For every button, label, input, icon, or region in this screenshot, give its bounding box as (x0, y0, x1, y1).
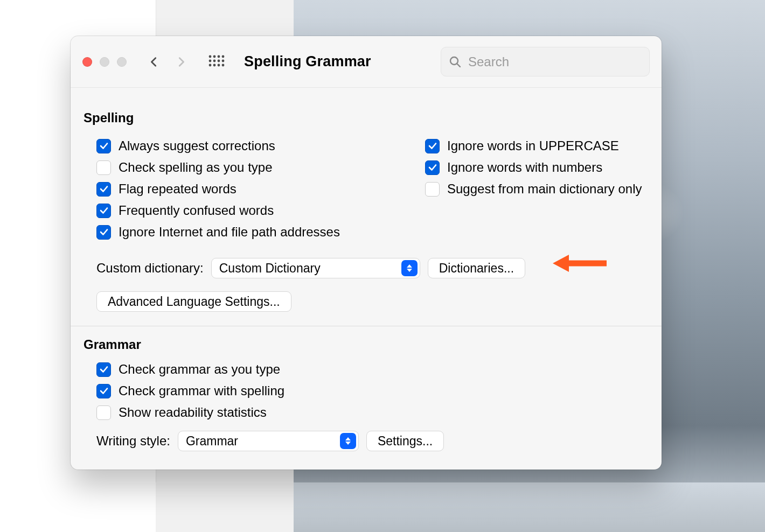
spelling-header: Spelling (84, 110, 649, 125)
back-button[interactable] (148, 56, 160, 68)
checkbox-label: Flag repeated words (119, 181, 237, 197)
option-grammar-2: Show readability statistics (96, 405, 412, 420)
spelling-options-left: Always suggest correctionsCheck spelling… (84, 135, 412, 246)
dictionaries-button[interactable]: Dictionaries... (428, 258, 525, 278)
svg-point-9 (213, 64, 216, 66)
spelling-options-right: Ignore words in UPPERCASEIgnore words wi… (412, 135, 649, 246)
checkbox[interactable] (96, 384, 111, 398)
grammar-options: Check grammar as you typeCheck grammar w… (84, 362, 412, 420)
writing-style-label: Writing style: (96, 433, 170, 449)
checkbox[interactable] (425, 139, 440, 153)
option-spelling-right-2: Suggest from main dictionary only (425, 181, 649, 197)
close-window-button[interactable] (82, 57, 92, 67)
checkbox-label: Check grammar with spelling (119, 383, 284, 398)
advanced-language-settings-button[interactable]: Advanced Language Settings... (96, 291, 291, 312)
grammar-header: Grammar (84, 337, 649, 352)
window-body: Spelling Always suggest correctionsCheck… (71, 88, 662, 451)
checkbox[interactable] (96, 225, 111, 240)
zoom-window-button[interactable] (117, 57, 127, 67)
option-spelling-left-3: Frequently confused words (96, 203, 412, 218)
checkbox-label: Ignore words in UPPERCASE (447, 138, 619, 153)
option-spelling-right-1: Ignore words with numbers (425, 160, 649, 175)
option-spelling-right-0: Ignore words in UPPERCASE (425, 138, 649, 153)
select-arrows-icon (401, 260, 418, 276)
desktop-bg-photo-strip (294, 482, 765, 532)
window-controls (82, 57, 127, 67)
checkbox-label: Frequently confused words (119, 203, 274, 218)
search-icon (449, 55, 462, 68)
svg-point-10 (218, 64, 220, 66)
preferences-window: Spelling Grammar Spelling Always suggest… (71, 36, 662, 470)
custom-dictionary-value: Custom Dictionary (219, 261, 321, 276)
minimize-window-button[interactable] (100, 57, 109, 67)
checkbox[interactable] (96, 405, 111, 420)
svg-point-4 (209, 59, 212, 62)
option-spelling-left-4: Ignore Internet and file path addresses (96, 225, 412, 240)
custom-dictionary-label: Custom dictionary: (96, 261, 204, 276)
checkbox[interactable] (425, 160, 440, 175)
desktop-bg-grey-strip (156, 482, 294, 532)
checkbox-label: Always suggest corrections (119, 138, 275, 153)
option-spelling-left-0: Always suggest corrections (96, 138, 412, 153)
window-titlebar: Spelling Grammar (71, 36, 662, 88)
writing-style-value: Grammar (186, 434, 238, 449)
svg-point-7 (222, 59, 225, 62)
section-divider (71, 326, 662, 326)
checkbox[interactable] (96, 139, 111, 153)
forward-button (175, 56, 187, 68)
grammar-settings-button[interactable]: Settings... (366, 431, 444, 451)
option-grammar-1: Check grammar with spelling (96, 383, 412, 398)
window-title: Spelling Grammar (244, 53, 371, 70)
select-arrows-icon (340, 433, 356, 449)
checkbox-label: Check grammar as you type (119, 362, 280, 377)
svg-point-11 (222, 64, 225, 66)
svg-point-8 (209, 64, 212, 66)
search-input[interactable] (467, 54, 642, 70)
search-field[interactable] (441, 47, 650, 76)
checkbox-label: Check spelling as you type (119, 160, 273, 175)
desktop-background: Spelling Grammar Spelling Always suggest… (0, 0, 765, 532)
svg-point-2 (218, 55, 220, 58)
svg-point-3 (222, 55, 225, 58)
svg-point-6 (218, 59, 220, 62)
checkbox-label: Suggest from main dictionary only (447, 181, 642, 197)
checkbox[interactable] (96, 362, 111, 377)
svg-point-5 (213, 59, 216, 62)
checkbox-label: Ignore Internet and file path addresses (119, 225, 340, 240)
checkbox[interactable] (96, 204, 111, 218)
writing-style-select[interactable]: Grammar (178, 431, 359, 451)
option-spelling-left-2: Flag repeated words (96, 181, 412, 197)
checkbox[interactable] (425, 182, 440, 197)
checkbox[interactable] (96, 160, 111, 175)
checkbox-label: Show readability statistics (119, 405, 267, 420)
custom-dictionary-select[interactable]: Custom Dictionary (211, 258, 420, 278)
option-grammar-0: Check grammar as you type (96, 362, 412, 377)
show-all-icon[interactable] (208, 55, 225, 69)
checkbox-label: Ignore words with numbers (447, 160, 602, 175)
option-spelling-left-1: Check spelling as you type (96, 160, 412, 175)
svg-point-1 (213, 55, 216, 58)
svg-point-0 (209, 55, 212, 58)
checkbox[interactable] (96, 182, 111, 197)
